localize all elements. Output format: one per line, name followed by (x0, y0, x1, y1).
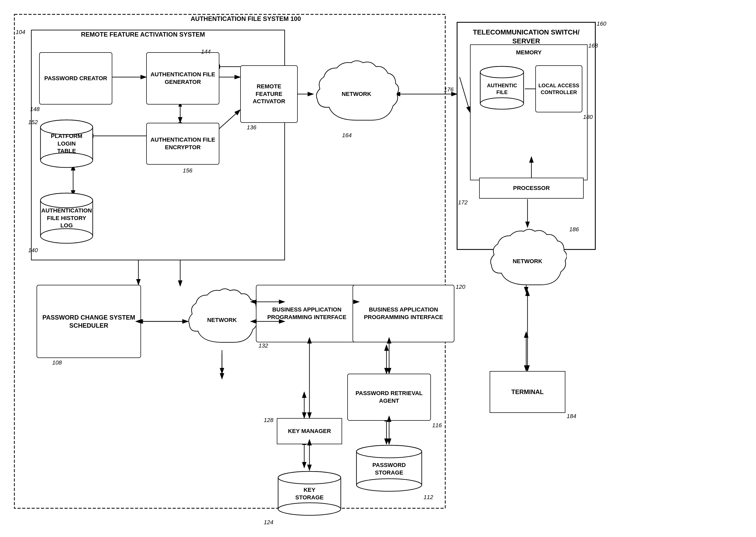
password-change-scheduler-box: PASSWORD CHANGE SYSTEM SCHEDULER (37, 285, 141, 358)
ref-164: 164 (342, 132, 352, 139)
svg-point-45 (278, 472, 341, 484)
svg-point-40 (480, 98, 524, 109)
ref-140: 140 (28, 247, 38, 254)
auth-file-generator-box: AUTHENTICATION FILE GENERATOR (146, 52, 219, 104)
ref-112: 112 (424, 494, 433, 501)
ref-156: 156 (183, 167, 192, 174)
ref-148: 148 (30, 106, 40, 113)
svg-point-49 (357, 445, 422, 458)
remote-feature-system-label: REMOTE FEATURE ACTIVATION SYSTEM (78, 31, 208, 38)
ref-172: 172 (458, 199, 468, 206)
ref-104: 104 (16, 29, 25, 35)
ref-168: 168 (588, 42, 598, 49)
auth-file-history-log: AUTHENTICATION FILE HISTORY LOG (39, 192, 94, 244)
auth-file-system-label: AUTHENTICATION FILE SYSTEM 100 (188, 15, 303, 22)
ref-108: 108 (52, 359, 62, 366)
ref-136: 136 (247, 124, 256, 131)
terminal-box: TERMINAL (490, 371, 565, 413)
key-storage: KEY STORAGE (277, 470, 342, 517)
svg-point-48 (357, 479, 422, 491)
bapi-left-box: BUSINESS APPLICATION PROGRAMMING INTERFA… (256, 285, 358, 342)
password-storage: PASSWORD STORAGE (355, 444, 423, 494)
svg-point-36 (41, 228, 93, 243)
svg-point-32 (41, 153, 93, 168)
ref-184: 184 (567, 413, 576, 420)
svg-point-41 (480, 66, 524, 78)
ref-152: 152 (28, 119, 38, 126)
local-access-controller-box: LOCAL ACCESS CONTROLLER (535, 65, 582, 112)
ref-180: 180 (583, 114, 593, 120)
processor-box: PROCESSOR (479, 178, 584, 199)
key-manager-box: KEY MANAGER (277, 418, 342, 444)
ref-124: 124 (264, 519, 273, 526)
memory-box: MEMORY (470, 44, 587, 180)
bapi-right-box: BUSINESS APPLICATION PROGRAMMING INTERFA… (353, 285, 454, 342)
ref-132: 132 (258, 342, 268, 349)
network-cloud-right: NETWORK (488, 227, 567, 295)
ref-120: 120 (456, 283, 465, 290)
authentic-file: AUTHENTIC FILE (479, 65, 525, 112)
password-creator-box: PASSWORD CREATOR (39, 52, 112, 104)
platform-login-table: PLATFORM LOGIN TABLE (39, 119, 94, 169)
auth-file-encryptor-box: AUTHENTICATION FILE ENCRYPTOR (146, 123, 219, 165)
password-retrieval-agent-box: PASSWORD RETRIEVAL AGENT (347, 374, 431, 421)
ref-144: 144 (201, 48, 211, 55)
network-cloud-lower-left: NETWORK (188, 286, 256, 354)
ref-160: 160 (597, 21, 606, 27)
remote-feature-activator-box: REMOTE FEATURE ACTIVATOR (240, 65, 298, 123)
ref-116: 116 (432, 422, 442, 429)
network-cloud-top: NETWORK (313, 58, 399, 131)
svg-point-44 (278, 503, 341, 515)
svg-point-37 (41, 193, 93, 208)
ref-186: 186 (569, 226, 579, 233)
ref-128: 128 (264, 417, 273, 424)
ref-176: 176 (444, 86, 454, 93)
